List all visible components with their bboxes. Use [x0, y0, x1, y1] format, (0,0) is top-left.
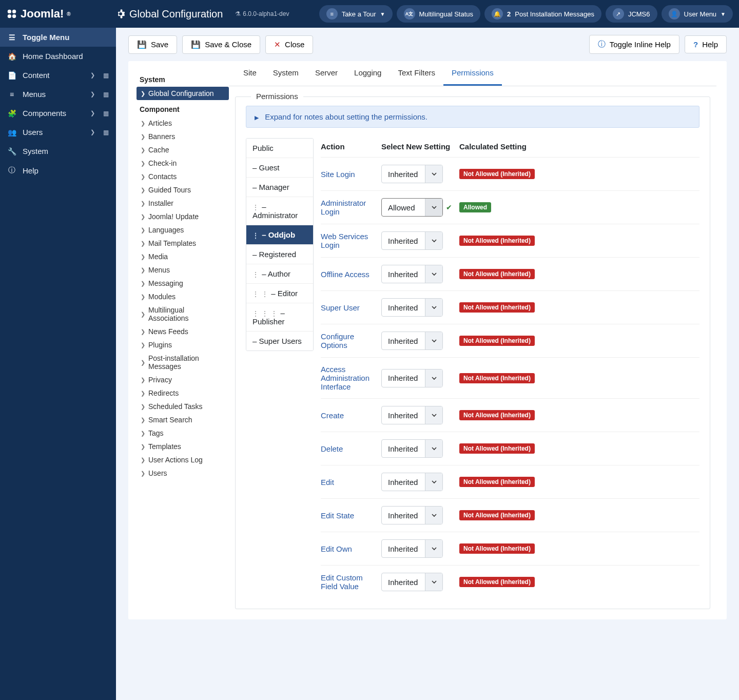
left-nav-articles[interactable]: ❯Articles — [137, 116, 229, 130]
group-editor[interactable]: ⋮ ⋮ – Editor — [246, 284, 313, 303]
dashboard-icon[interactable]: ▦ — [103, 129, 109, 136]
perm-select-configure options[interactable]: Inherited — [381, 332, 443, 350]
left-nav-check-in[interactable]: ❯Check-in — [137, 157, 229, 170]
chevron-right-icon: ❯ — [141, 213, 145, 220]
perm-select-access administration interface[interactable]: Inherited — [381, 369, 443, 387]
perm-action-label[interactable]: Create — [321, 411, 381, 420]
perm-action-label[interactable]: Edit State — [321, 511, 381, 520]
left-nav-multilingual-associations[interactable]: ❯Multilingual Associations — [137, 303, 229, 325]
dashboard-icon[interactable]: ▦ — [103, 91, 109, 98]
left-nav-cache[interactable]: ❯Cache — [137, 143, 229, 157]
left-nav-news-feeds[interactable]: ❯News Feeds — [137, 325, 229, 338]
tab-site[interactable]: Site — [235, 61, 265, 86]
user-menu-button[interactable]: 👤 User Menu ▼ — [662, 5, 733, 23]
tab-server[interactable]: Server — [307, 61, 346, 86]
perm-action-label[interactable]: Super User — [321, 303, 381, 312]
calculated-badge: Not Allowed (Inherited) — [459, 443, 535, 454]
tree-indent-icon: ⋮ — [252, 271, 259, 278]
left-nav-tags[interactable]: ❯Tags — [137, 426, 229, 440]
save-close-button[interactable]: 💾Save & Close — [182, 35, 260, 54]
left-nav-global-configuration[interactable]: ❯ Global Configuration — [137, 87, 229, 100]
perm-select-create[interactable]: Inherited — [381, 406, 443, 424]
perm-action-label[interactable]: Edit Custom Field Value — [321, 573, 381, 591]
perm-select-web services login[interactable]: Inherited — [381, 231, 443, 250]
perm-action-label[interactable]: Site Login — [321, 170, 381, 179]
left-nav-user-actions-log[interactable]: ❯User Actions Log — [137, 453, 229, 466]
perm-action-label[interactable]: Web Services Login — [321, 232, 381, 249]
perm-select-delete[interactable]: Inherited — [381, 439, 443, 458]
group-public[interactable]: Public — [246, 139, 313, 158]
toggle-inline-help-button[interactable]: ⓘToggle Inline Help — [589, 35, 679, 54]
close-button[interactable]: ✕Close — [265, 35, 313, 54]
post-install-count: 2 — [507, 10, 511, 18]
perm-select-edit[interactable]: Inherited — [381, 473, 443, 491]
perm-action-label[interactable]: Delete — [321, 444, 381, 453]
sidebar-item-system[interactable]: 🔧System — [0, 142, 116, 161]
tab-logging[interactable]: Logging — [346, 61, 390, 86]
help-button[interactable]: ?Help — [685, 35, 727, 53]
tab-text-filters[interactable]: Text Filters — [390, 61, 443, 86]
perm-action-label[interactable]: Administrator Login — [321, 199, 381, 216]
left-nav-messaging[interactable]: ❯Messaging — [137, 277, 229, 290]
group-author[interactable]: ⋮ – Author — [246, 264, 313, 284]
sidebar-item-menus[interactable]: ≡Menus❯▦ — [0, 85, 116, 104]
sidebar-item-components[interactable]: 🧩Components❯▦ — [0, 104, 116, 123]
perm-action-label[interactable]: Edit — [321, 478, 381, 487]
left-nav-post-installation-messages[interactable]: ❯Post-installation Messages — [137, 352, 229, 373]
dashboard-icon[interactable]: ▦ — [103, 72, 109, 79]
left-nav-smart-search[interactable]: ❯Smart Search — [137, 413, 229, 426]
site-link-button[interactable]: ↗ JCMS6 — [606, 5, 657, 23]
group-manager[interactable]: – Manager — [246, 178, 313, 197]
multilingual-status-button[interactable]: A文 Multilingual Status — [397, 5, 481, 23]
perm-action-label[interactable]: Edit Own — [321, 545, 381, 553]
tab-system[interactable]: System — [265, 61, 307, 86]
perm-select-edit custom field value[interactable]: Inherited — [381, 573, 443, 591]
left-nav-installer[interactable]: ❯Installer — [137, 197, 229, 210]
left-nav-users[interactable]: ❯Users — [137, 466, 229, 480]
tree-indent-icon: ⋮ — [271, 310, 277, 317]
left-nav-redirects[interactable]: ❯Redirects — [137, 386, 229, 400]
left-nav-menus[interactable]: ❯Menus — [137, 263, 229, 277]
perm-select-edit state[interactable]: Inherited — [381, 506, 443, 524]
left-nav-contacts[interactable]: ❯Contacts — [137, 170, 229, 183]
sidebar-item-content[interactable]: 📄Content❯▦ — [0, 66, 116, 85]
perm-select-edit own[interactable]: Inherited — [381, 539, 443, 558]
take-tour-button[interactable]: ≡ Take a Tour ▼ — [319, 5, 393, 23]
sidebar-item-home-dashboard[interactable]: 🏠Home Dashboard — [0, 47, 116, 66]
left-nav-banners[interactable]: ❯Banners — [137, 130, 229, 143]
left-nav-modules[interactable]: ❯Modules — [137, 290, 229, 303]
save-button[interactable]: 💾Save — [128, 35, 177, 54]
left-nav-templates[interactable]: ❯Templates — [137, 440, 229, 453]
sidebar-item-help[interactable]: ⓘHelp — [0, 161, 116, 180]
left-nav-guided-tours[interactable]: ❯Guided Tours — [137, 183, 229, 197]
chevron-down-icon — [425, 232, 442, 249]
group-superusers[interactable]: – Super Users — [246, 332, 313, 351]
group-registered[interactable]: – Registered — [246, 245, 313, 264]
perm-action-label[interactable]: Configure Options — [321, 332, 381, 349]
group-oddjob[interactable]: ⋮ – Oddjob — [246, 225, 313, 245]
left-nav-mail-templates[interactable]: ❯Mail Templates — [137, 237, 229, 250]
dashboard-icon[interactable]: ▦ — [103, 110, 109, 117]
left-nav-joomla-update[interactable]: ❯Joomla! Update — [137, 210, 229, 223]
group-guest[interactable]: – Guest — [246, 158, 313, 178]
left-nav-scheduled-tasks[interactable]: ❯Scheduled Tasks — [137, 400, 229, 413]
perm-action-label[interactable]: Offline Access — [321, 270, 381, 279]
post-install-messages-button[interactable]: 🔔 2 Post Installation Messages — [484, 5, 601, 23]
chevron-right-icon: ❯ — [141, 417, 145, 423]
brand[interactable]: Joomla!® — [6, 7, 109, 21]
perm-select-site login[interactable]: Inherited — [381, 165, 443, 183]
perm-select-offline access[interactable]: Inherited — [381, 265, 443, 283]
perm-select-administrator login[interactable]: Allowed — [381, 198, 443, 217]
tab-permissions[interactable]: Permissions — [443, 61, 502, 86]
group-administrator[interactable]: ⋮ – Administrator — [246, 197, 313, 225]
sidebar-item-toggle-menu[interactable]: ☰Toggle Menu — [0, 28, 116, 47]
left-nav-languages[interactable]: ❯Languages — [137, 223, 229, 237]
sidebar-item-users[interactable]: 👥Users❯▦ — [0, 123, 116, 142]
perm-select-super user[interactable]: Inherited — [381, 298, 443, 317]
expand-permissions-notes[interactable]: ▶ Expand for notes about setting the per… — [246, 106, 699, 128]
left-nav-privacy[interactable]: ❯Privacy — [137, 373, 229, 386]
group-publisher[interactable]: ⋮ ⋮ ⋮ – Publisher — [246, 303, 313, 332]
left-nav-plugins[interactable]: ❯Plugins — [137, 338, 229, 352]
perm-action-label[interactable]: Access Administration Interface — [321, 365, 381, 391]
left-nav-media[interactable]: ❯Media — [137, 250, 229, 263]
